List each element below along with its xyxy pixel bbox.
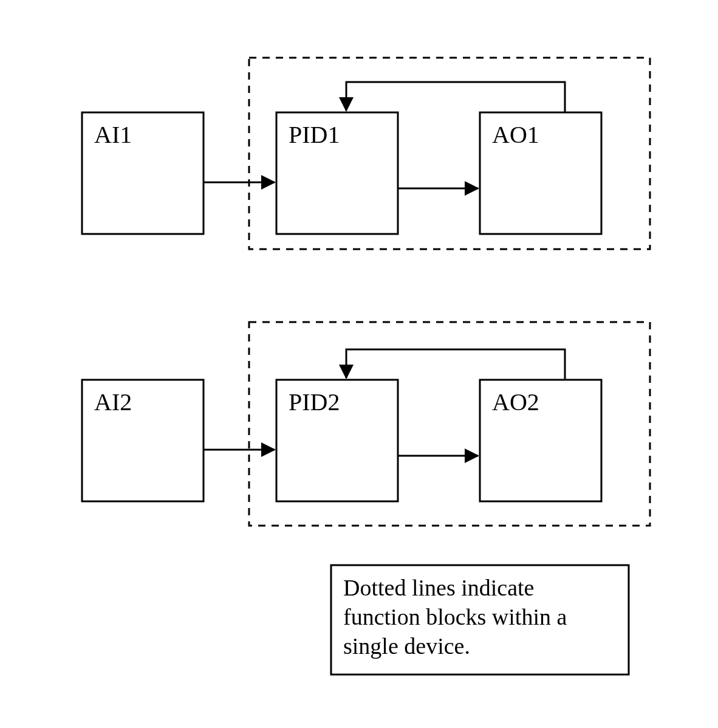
connector-ao1-feedback-pid1 bbox=[346, 82, 565, 112]
ai1-label: AI1 bbox=[94, 121, 132, 148]
ao1-label: AO1 bbox=[492, 121, 539, 148]
ao2-block: AO2 bbox=[480, 380, 601, 501]
ao1-block: AO1 bbox=[480, 112, 601, 234]
pid1-label: PID1 bbox=[289, 121, 340, 148]
legend-line2: function blocks within a bbox=[343, 604, 567, 630]
legend-box: Dotted lines indicate function blocks wi… bbox=[331, 565, 629, 675]
connector-ao2-feedback-pid2 bbox=[346, 349, 565, 380]
ai1-block: AI1 bbox=[82, 112, 203, 234]
legend-line3: single device. bbox=[343, 633, 470, 659]
ao2-label: AO2 bbox=[492, 388, 539, 416]
ai2-block: AI2 bbox=[82, 380, 203, 501]
pid2-block: PID2 bbox=[276, 380, 398, 501]
legend-line1: Dotted lines indicate bbox=[343, 575, 534, 600]
pid1-block: PID1 bbox=[276, 112, 398, 234]
pid2-label: PID2 bbox=[289, 388, 340, 416]
diagram-canvas: AI1 PID1 AO1 AI2 PID2 AO2 Dotted bbox=[0, 0, 718, 728]
ai2-label: AI2 bbox=[94, 388, 132, 416]
